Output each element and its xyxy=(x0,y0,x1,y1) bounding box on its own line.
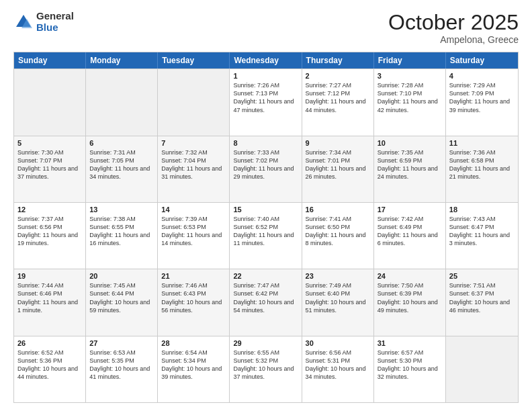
day-info: Sunrise: 7:34 AM Sunset: 7:01 PM Dayligh… xyxy=(306,148,370,181)
day-info: Sunrise: 7:51 AM Sunset: 6:37 PM Dayligh… xyxy=(449,281,515,314)
day-number: 20 xyxy=(89,272,154,280)
day-info: Sunrise: 7:26 AM Sunset: 7:13 PM Dayligh… xyxy=(233,81,298,114)
calendar-cell: 12Sunrise: 7:37 AM Sunset: 6:56 PM Dayli… xyxy=(14,203,86,269)
day-info: Sunrise: 7:50 AM Sunset: 6:39 PM Dayligh… xyxy=(378,281,442,314)
calendar-header-cell: Wednesday xyxy=(230,52,302,68)
title-month: October 2025 xyxy=(388,11,519,34)
day-info: Sunrise: 7:35 AM Sunset: 6:59 PM Dayligh… xyxy=(378,148,442,181)
logo-blue-text: Blue xyxy=(36,22,74,34)
day-number: 7 xyxy=(161,139,226,147)
calendar-body: 1Sunrise: 7:26 AM Sunset: 7:13 PM Daylig… xyxy=(14,68,518,402)
day-number: 9 xyxy=(306,139,370,147)
day-info: Sunrise: 7:44 AM Sunset: 6:46 PM Dayligh… xyxy=(17,281,82,314)
calendar-cell: 28Sunrise: 6:54 AM Sunset: 5:34 PM Dayli… xyxy=(158,336,230,402)
calendar-week: 5Sunrise: 7:30 AM Sunset: 7:07 PM Daylig… xyxy=(14,136,518,202)
calendar-cell: 13Sunrise: 7:38 AM Sunset: 6:55 PM Dayli… xyxy=(86,203,158,269)
day-info: Sunrise: 7:31 AM Sunset: 7:05 PM Dayligh… xyxy=(89,148,154,181)
calendar-cell: 23Sunrise: 7:49 AM Sunset: 6:40 PM Dayli… xyxy=(302,269,374,335)
day-info: Sunrise: 7:43 AM Sunset: 6:47 PM Dayligh… xyxy=(449,215,515,248)
calendar-cell xyxy=(14,69,86,135)
day-number: 8 xyxy=(233,139,298,147)
calendar-cell: 2Sunrise: 7:27 AM Sunset: 7:12 PM Daylig… xyxy=(302,69,374,135)
day-number: 1 xyxy=(233,72,298,80)
day-info: Sunrise: 6:54 AM Sunset: 5:34 PM Dayligh… xyxy=(161,349,226,381)
day-number: 31 xyxy=(378,339,442,347)
calendar-cell: 27Sunrise: 6:53 AM Sunset: 5:35 PM Dayli… xyxy=(86,336,158,402)
calendar-cell: 22Sunrise: 7:47 AM Sunset: 6:42 PM Dayli… xyxy=(230,269,302,335)
day-number: 16 xyxy=(306,205,370,214)
calendar-cell: 1Sunrise: 7:26 AM Sunset: 7:13 PM Daylig… xyxy=(230,69,302,135)
title-block: October 2025 Ampelona, Greece xyxy=(388,11,519,45)
calendar-cell xyxy=(446,336,518,402)
day-number: 13 xyxy=(89,205,154,214)
calendar-cell: 7Sunrise: 7:32 AM Sunset: 7:04 PM Daylig… xyxy=(158,136,230,202)
calendar-header-cell: Thursday xyxy=(302,52,374,68)
calendar-cell: 11Sunrise: 7:36 AM Sunset: 6:58 PM Dayli… xyxy=(446,136,518,202)
day-number: 6 xyxy=(89,139,154,147)
day-info: Sunrise: 7:32 AM Sunset: 7:04 PM Dayligh… xyxy=(161,148,226,181)
calendar-header-cell: Tuesday xyxy=(158,52,230,68)
day-info: Sunrise: 6:52 AM Sunset: 5:36 PM Dayligh… xyxy=(17,349,82,381)
day-number: 18 xyxy=(449,205,515,214)
day-info: Sunrise: 7:40 AM Sunset: 6:52 PM Dayligh… xyxy=(233,215,298,248)
day-number: 5 xyxy=(17,139,82,147)
calendar-cell: 26Sunrise: 6:52 AM Sunset: 5:36 PM Dayli… xyxy=(14,336,86,402)
day-number: 15 xyxy=(233,205,298,214)
day-info: Sunrise: 7:39 AM Sunset: 6:53 PM Dayligh… xyxy=(161,215,226,248)
day-info: Sunrise: 6:53 AM Sunset: 5:35 PM Dayligh… xyxy=(89,349,154,381)
day-number: 10 xyxy=(378,139,442,147)
day-number: 29 xyxy=(233,339,298,347)
day-info: Sunrise: 7:45 AM Sunset: 6:44 PM Dayligh… xyxy=(89,281,154,314)
calendar-cell: 9Sunrise: 7:34 AM Sunset: 7:01 PM Daylig… xyxy=(302,136,374,202)
calendar-week: 1Sunrise: 7:26 AM Sunset: 7:13 PM Daylig… xyxy=(14,68,518,135)
calendar-cell: 21Sunrise: 7:46 AM Sunset: 6:43 PM Dayli… xyxy=(158,269,230,335)
calendar-cell: 19Sunrise: 7:44 AM Sunset: 6:46 PM Dayli… xyxy=(14,269,86,335)
day-info: Sunrise: 7:37 AM Sunset: 6:56 PM Dayligh… xyxy=(17,215,82,248)
day-info: Sunrise: 6:56 AM Sunset: 5:31 PM Dayligh… xyxy=(306,349,370,381)
day-info: Sunrise: 7:36 AM Sunset: 6:58 PM Dayligh… xyxy=(449,148,515,181)
calendar-cell: 4Sunrise: 7:29 AM Sunset: 7:09 PM Daylig… xyxy=(446,69,518,135)
logo: General Blue xyxy=(13,11,74,33)
day-number: 3 xyxy=(378,72,442,80)
calendar-week: 26Sunrise: 6:52 AM Sunset: 5:36 PM Dayli… xyxy=(14,336,518,402)
day-info: Sunrise: 7:49 AM Sunset: 6:40 PM Dayligh… xyxy=(306,281,370,314)
day-info: Sunrise: 7:30 AM Sunset: 7:07 PM Dayligh… xyxy=(17,148,82,181)
logo-icon xyxy=(13,12,34,32)
calendar-cell: 6Sunrise: 7:31 AM Sunset: 7:05 PM Daylig… xyxy=(86,136,158,202)
calendar-cell: 17Sunrise: 7:42 AM Sunset: 6:49 PM Dayli… xyxy=(374,203,446,269)
day-info: Sunrise: 7:41 AM Sunset: 6:50 PM Dayligh… xyxy=(306,215,370,248)
calendar-cell: 20Sunrise: 7:45 AM Sunset: 6:44 PM Dayli… xyxy=(86,269,158,335)
calendar-cell: 31Sunrise: 6:57 AM Sunset: 5:30 PM Dayli… xyxy=(374,336,446,402)
calendar-cell: 29Sunrise: 6:55 AM Sunset: 5:32 PM Dayli… xyxy=(230,336,302,402)
day-number: 30 xyxy=(306,339,370,347)
calendar-cell: 10Sunrise: 7:35 AM Sunset: 6:59 PM Dayli… xyxy=(374,136,446,202)
calendar-cell: 8Sunrise: 7:33 AM Sunset: 7:02 PM Daylig… xyxy=(230,136,302,202)
day-info: Sunrise: 7:28 AM Sunset: 7:10 PM Dayligh… xyxy=(378,81,442,114)
day-number: 25 xyxy=(449,272,515,280)
header: General Blue October 2025 Ampelona, Gree… xyxy=(13,11,519,45)
calendar-cell xyxy=(158,69,230,135)
day-number: 19 xyxy=(17,272,82,280)
calendar-cell: 25Sunrise: 7:51 AM Sunset: 6:37 PM Dayli… xyxy=(446,269,518,335)
day-info: Sunrise: 7:42 AM Sunset: 6:49 PM Dayligh… xyxy=(378,215,442,248)
day-number: 11 xyxy=(449,139,515,147)
day-info: Sunrise: 7:29 AM Sunset: 7:09 PM Dayligh… xyxy=(449,81,515,114)
day-info: Sunrise: 7:27 AM Sunset: 7:12 PM Dayligh… xyxy=(306,81,370,114)
day-number: 28 xyxy=(161,339,226,347)
calendar-cell: 16Sunrise: 7:41 AM Sunset: 6:50 PM Dayli… xyxy=(302,203,374,269)
calendar-header-cell: Sunday xyxy=(14,52,86,68)
day-number: 27 xyxy=(89,339,154,347)
calendar-cell: 18Sunrise: 7:43 AM Sunset: 6:47 PM Dayli… xyxy=(446,203,518,269)
day-number: 24 xyxy=(378,272,442,280)
logo-general-text: General xyxy=(36,11,74,22)
calendar-cell: 15Sunrise: 7:40 AM Sunset: 6:52 PM Dayli… xyxy=(230,203,302,269)
day-number: 12 xyxy=(17,205,82,214)
calendar: SundayMondayTuesdayWednesdayThursdayFrid… xyxy=(13,52,519,403)
title-location: Ampelona, Greece xyxy=(388,34,519,45)
day-number: 17 xyxy=(378,205,442,214)
day-info: Sunrise: 7:47 AM Sunset: 6:42 PM Dayligh… xyxy=(233,281,298,314)
calendar-header-cell: Friday xyxy=(374,52,446,68)
calendar-cell: 3Sunrise: 7:28 AM Sunset: 7:10 PM Daylig… xyxy=(374,69,446,135)
day-number: 26 xyxy=(17,339,82,347)
calendar-cell xyxy=(86,69,158,135)
